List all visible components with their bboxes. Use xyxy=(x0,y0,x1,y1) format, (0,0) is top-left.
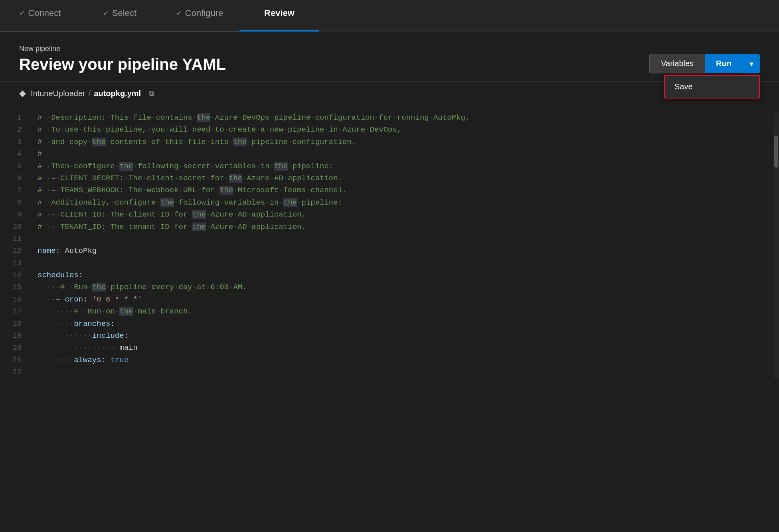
code-line-13 xyxy=(38,257,764,269)
page-header-left: New pipeline Review your pipeline YAML xyxy=(19,45,226,73)
file-name: autopkg.yml xyxy=(94,89,141,98)
code-editor: 1 2 3 4 5 6 7 8 9 10 11 12 13 14 15 16 1… xyxy=(0,105,779,385)
code-line-16: ··– cron: '0 6 * * *' xyxy=(38,294,764,305)
code-line-11 xyxy=(38,233,764,245)
step-configure[interactable]: ✓ Configure xyxy=(160,0,239,32)
code-line-5: # ·Then·configure·the·following·secret·v… xyxy=(38,160,764,172)
code-line-4: # xyxy=(38,148,764,160)
code-line-20: ········– main xyxy=(38,342,764,354)
code-line-8: # ·Additionally,·configure·the·following… xyxy=(38,197,764,209)
save-menu-item[interactable]: Save xyxy=(665,76,759,98)
step-configure-label: Configure xyxy=(185,8,223,18)
code-line-17: ····# ·Run·on·the·main·branch. xyxy=(38,305,764,317)
page-header: New pipeline Review your pipeline YAML V… xyxy=(0,32,779,82)
check-icon: ✓ xyxy=(19,9,25,18)
new-pipeline-label: New pipeline xyxy=(19,45,226,53)
code-line-2: # ·To·use·this·pipeline,·you·will·need·t… xyxy=(38,124,764,136)
check-icon-select: ✓ xyxy=(103,9,109,18)
save-dropdown: Save xyxy=(664,75,760,99)
code-line-10: # ·–·TENANT_ID:·The·tenant·ID·for·the·Az… xyxy=(38,221,764,233)
step-select-label: Select xyxy=(112,8,136,18)
file-path: IntuneUploader / autopkg.yml xyxy=(31,89,141,98)
code-line-21: ····always: true xyxy=(38,354,764,366)
code-line-22 xyxy=(38,366,764,378)
copy-icon[interactable]: ⧉ xyxy=(149,89,154,98)
step-connect-label: Connect xyxy=(28,8,61,18)
file-bar: ◆ IntuneUploader / autopkg.yml ⧉ ⊞ Show … xyxy=(0,82,779,105)
step-review[interactable]: Review xyxy=(239,0,319,32)
code-line-12: name: AutoPkg xyxy=(38,245,764,257)
code-line-6: # ·–·CLIENT_SECRET:·The·client·secret·fo… xyxy=(38,172,764,184)
code-line-9: # ·–·CLIENT_ID:·The·client·ID·for·the·Az… xyxy=(38,209,764,221)
step-select[interactable]: ✓ Select xyxy=(80,0,160,32)
repo-name: IntuneUploader xyxy=(31,89,85,98)
steps-bar: ✓ Connect ✓ Select ✓ Configure Review xyxy=(0,0,779,32)
line-numbers: 1 2 3 4 5 6 7 8 9 10 11 12 13 14 15 16 1… xyxy=(0,112,28,378)
page-header-right: Variables Run ▾ Save xyxy=(649,54,760,73)
code-line-15: ···# ·Run·the·pipeline·every·day·at·6:00… xyxy=(38,281,764,293)
code-line-3: # ·and·copy·the·contents·of·this·file·in… xyxy=(38,136,764,148)
variables-button[interactable]: Variables xyxy=(649,54,705,73)
code-line-18: ····branches: xyxy=(38,318,764,330)
run-dropdown-button[interactable]: ▾ xyxy=(743,54,760,73)
step-connect[interactable]: ✓ Connect xyxy=(0,0,80,32)
scrollbar-thumb[interactable] xyxy=(774,136,778,167)
code-line-7: # ·–·TEAMS_WEBHOOK:·The·webhook·URL·for·… xyxy=(38,184,764,196)
code-line-14: schedules: xyxy=(38,269,764,281)
repo-icon: ◆ xyxy=(19,88,26,99)
run-button[interactable]: Run xyxy=(705,54,743,73)
path-separator: / xyxy=(89,89,91,98)
code-content[interactable]: # ·Description:·This·file·contains·the·A… xyxy=(28,112,773,378)
scrollbar-track[interactable] xyxy=(773,112,779,378)
code-line-1: # ·Description:·This·file·contains·the·A… xyxy=(38,112,764,124)
step-review-label: Review xyxy=(264,8,295,18)
check-icon-configure: ✓ xyxy=(176,9,182,18)
code-line-19: ······include: xyxy=(38,330,764,342)
page-title: Review your pipeline YAML xyxy=(19,55,226,73)
